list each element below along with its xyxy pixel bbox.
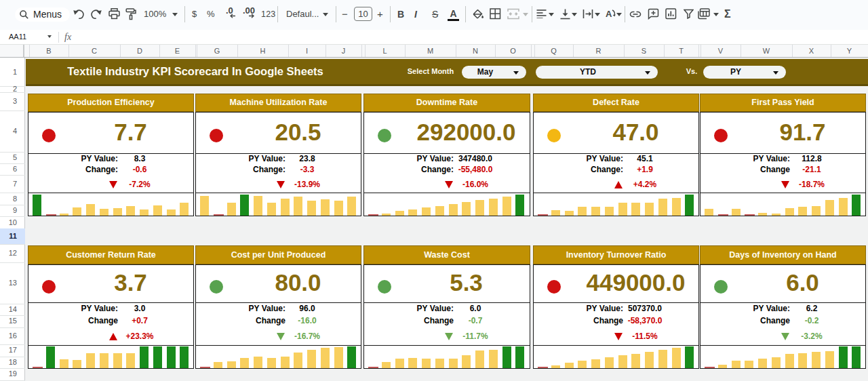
svg-text:A: A (606, 9, 612, 19)
